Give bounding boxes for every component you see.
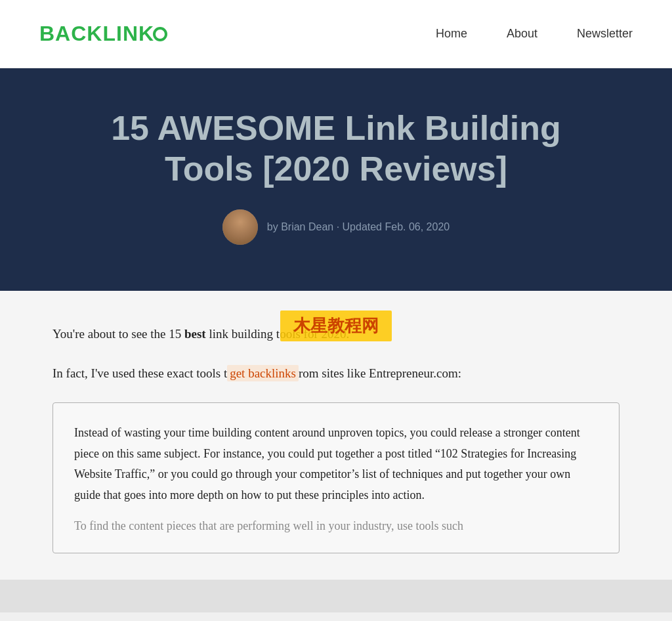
quote-faded-text: To find the content pieces that are perf… (74, 516, 598, 537)
watermark-text: 木星教程网 (280, 310, 392, 341)
hero-section: 15 AWESOME Link Building Tools [2020 Rev… (0, 68, 672, 291)
nav-about[interactable]: About (507, 27, 537, 41)
quote-box: Instead of wasting your time building co… (52, 402, 620, 553)
bottom-gray-area (0, 580, 672, 612)
avatar (222, 209, 258, 245)
quote-main-text: Instead of wasting your time building co… (74, 423, 598, 505)
site-header: BACKLINK Home About Newsletter (0, 0, 672, 68)
intro-paragraph-2: In fact, I've used these exact tools tge… (52, 363, 620, 384)
main-nav: Home About Newsletter (436, 27, 633, 41)
author-line: by Brian Dean · Updated Feb. 06, 2020 (26, 209, 646, 245)
avatar-image (222, 209, 258, 245)
author-info: by Brian Dean · Updated Feb. 06, 2020 (267, 221, 450, 233)
nav-newsletter[interactable]: Newsletter (577, 27, 633, 41)
logo-ring-icon (153, 27, 167, 41)
page-title: 15 AWESOME Link Building Tools [2020 Rev… (74, 108, 598, 190)
get-backlinks-link[interactable]: get backlinks (227, 365, 299, 381)
content-wrapper: 木星教程网 You're about to see the 15 best li… (0, 291, 672, 612)
nav-home[interactable]: Home (436, 27, 467, 41)
site-logo[interactable]: BACKLINK (39, 22, 167, 46)
bold-best: best (184, 327, 206, 341)
